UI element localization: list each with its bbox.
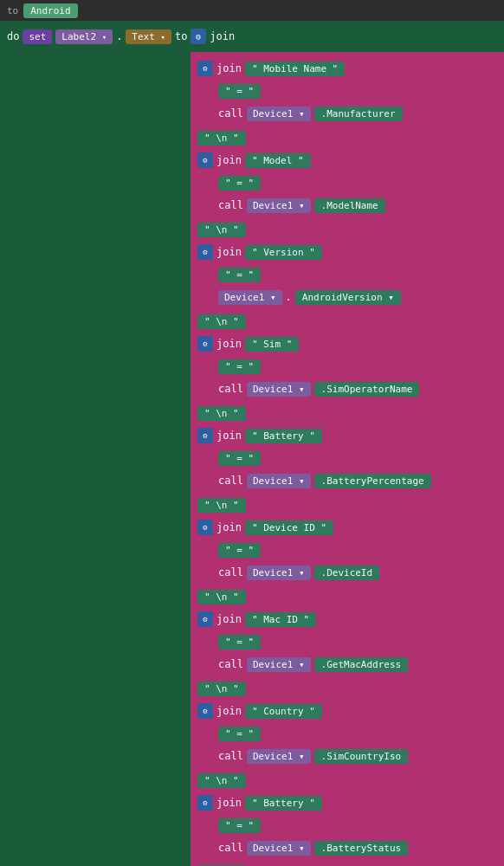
join-label-sim: join [216,338,242,350]
string-country[interactable]: " Country " [245,704,322,719]
join-row-sim: ⚙ join " Sim " [197,333,497,355]
join-row-country: ⚙ join " Country " [197,700,497,722]
device-badge-battery[interactable]: Device1 ▾ [247,474,311,488]
string-macid[interactable]: " Mac ID " [245,612,316,627]
equals-row-version: " = " [197,263,497,286]
join-label-mobile-name: join [216,62,242,74]
call-row-deviceid: call Device1 ▾ .DeviceId [218,561,497,584]
gear-icon-sim[interactable]: ⚙ [197,336,213,352]
device-badge-country[interactable]: Device1 ▾ [247,749,311,764]
device-badge-deviceid[interactable]: Device1 ▾ [247,565,311,580]
join-label-model: join [216,154,242,166]
equals-battery: " = " [218,451,261,466]
call-row-country: call Device1 ▾ .SimCountryIso [218,745,497,767]
newline-badge-3: " \n " [197,406,246,421]
block-model: ⚙ join " Model " " = " call Device1 ▾ .M… [197,149,497,216]
join-label-version: join [216,246,242,258]
call-row-battery: call Device1 ▾ .BatteryPercentage [218,469,497,492]
right-content: ⚙ join " Mobile Name " " = " call Device… [191,52,504,866]
join-row-mobile-name: ⚙ join " Mobile Name " [197,57,497,80]
method-deviceid[interactable]: .DeviceId [314,565,380,580]
string-model[interactable]: " Model " [245,153,311,168]
do-keyword: do [7,30,19,42]
newline-badge-0: " \n " [197,131,246,145]
newline-badge-7: " \n " [197,773,246,788]
block-battery: ⚙ join " Battery " " = " call Device1 ▾ … [197,424,497,492]
newline-2: " \n " [197,310,497,333]
call-row-model: call Device1 ▾ .ModelName [218,194,497,216]
method-androidversion[interactable]: AndroidVersion ▾ [295,290,401,305]
equals-row-mobile-name: " = " [197,80,497,102]
newline-8: " \n " [197,861,497,866]
method-batterystatus[interactable]: .BatteryStatus [314,841,409,856]
top-bar: to Android [0,0,504,21]
device-badge-mobile-name[interactable]: Device1 ▾ [247,107,311,121]
equals-model: " = " [218,176,261,191]
label2-var[interactable]: Label2 ▾ [55,29,113,44]
equals-macid: " = " [218,635,261,650]
newline-badge-4: " \n " [197,498,246,513]
join-label-macid: join [216,613,242,625]
newline-0: " \n " [197,126,497,149]
string-battery[interactable]: " Battery " [245,429,322,443]
device-badge-version[interactable]: Device1 ▾ [218,290,282,305]
string-sim[interactable]: " Sim " [245,337,299,352]
join-label-deviceid: join [216,521,242,533]
to-label: to [7,5,18,16]
join-row-battery-status: ⚙ join " Battery " [197,792,497,814]
join-row-macid: ⚙ join " Mac ID " [197,608,497,630]
newline-1: " \n " [197,218,497,241]
gear-icon-deviceid[interactable]: ⚙ [197,520,213,535]
call-keyword-model: call [218,199,243,211]
gear-icon-model[interactable]: ⚙ [197,152,213,168]
equals-deviceid: " = " [218,543,261,558]
call-row-mobile-name: call Device1 ▾ .Manufacturer [218,102,497,125]
call-keyword-battery-status: call [218,842,243,854]
method-batterypercentage[interactable]: .BatteryPercentage [314,474,431,488]
call-keyword-country: call [218,750,243,762]
newline-4: " \n " [197,494,497,516]
outer-join-icon: ⚙ [191,29,206,44]
gear-icon-country[interactable]: ⚙ [197,703,213,719]
device-badge-model[interactable]: Device1 ▾ [247,198,311,213]
string-version[interactable]: " Version " [245,245,322,260]
newline-badge-2: " \n " [197,314,246,329]
join-label-battery-status: join [216,797,242,809]
block-battery-status: ⚙ join " Battery " " = " call Device1 ▾ … [197,792,497,859]
device-badge-macid[interactable]: Device1 ▾ [247,657,311,672]
set-keyword[interactable]: set [23,29,52,44]
gear-icon-version[interactable]: ⚙ [197,244,213,260]
call-row-battery-status: call Device1 ▾ .BatteryStatus [218,837,497,859]
method-getmacaddress[interactable]: .GetMacAddress [314,657,409,672]
equals-sim: " = " [218,359,261,374]
string-battery-status[interactable]: " Battery " [245,796,322,811]
to-keyword: to [175,30,187,42]
string-deviceid[interactable]: " Device ID " [245,520,333,535]
gear-icon-battery-status[interactable]: ⚙ [197,795,213,811]
device-badge-battery-status[interactable]: Device1 ▾ [247,841,311,856]
string-mobile-name[interactable]: " Mobile Name " [245,61,345,76]
equals-row-country: " = " [197,722,497,745]
gear-icon-macid[interactable]: ⚙ [197,611,213,627]
method-simoperatorname[interactable]: .SimOperatorName [314,382,420,397]
equals-row-battery-status: " = " [197,814,497,837]
method-manufacturer[interactable]: .Manufacturer [314,107,403,121]
text-property[interactable]: Text ▾ [126,29,171,44]
call-row-version: Device1 ▾ . AndroidVersion ▾ [218,286,497,308]
newline-7: " \n " [197,769,497,792]
gear-icon-battery[interactable]: ⚙ [197,428,213,443]
method-simcountryiso[interactable]: .SimCountryIso [314,749,409,764]
newline-badge-1: " \n " [197,223,246,237]
equals-row-deviceid: " = " [197,539,497,561]
join-row-deviceid: ⚙ join " Device ID " [197,516,497,539]
dot-separator: . [116,30,122,42]
newline-6: " \n " [197,677,497,700]
gear-icon-mobile-name[interactable]: ⚙ [197,61,213,76]
device-badge-sim[interactable]: Device1 ▾ [247,382,311,397]
block-country: ⚙ join " Country " " = " call Device1 ▾ … [197,700,497,767]
equals-row-macid: " = " [197,630,497,653]
outer-join-keyword: join [210,30,235,42]
android-badge[interactable]: Android [23,3,77,18]
newline-badge-6: " \n " [197,682,246,696]
method-modelname[interactable]: .ModelName [314,198,385,213]
